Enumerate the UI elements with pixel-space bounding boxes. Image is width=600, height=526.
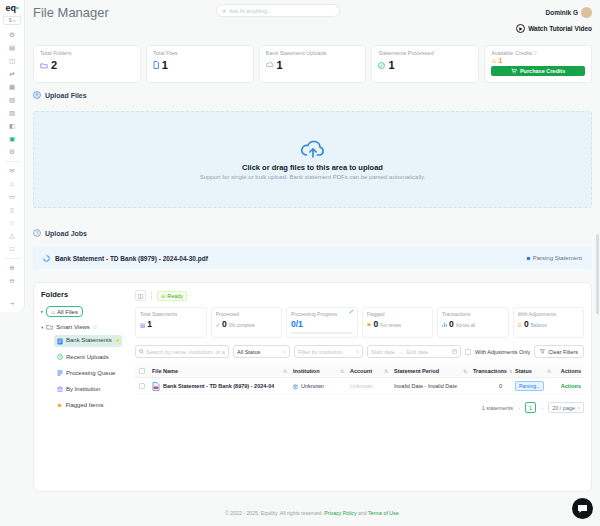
statement-search-input[interactable] — [146, 349, 225, 355]
page-size-select[interactable]: 20 / page∨ — [548, 402, 584, 413]
all-files-label: All Files — [57, 309, 78, 315]
footer-and-text: and — [358, 510, 367, 516]
scrollbar-thumb[interactable] — [596, 234, 599, 314]
column-header-transactions[interactable]: Transactions⇅ — [470, 368, 512, 374]
privacy-policy-link[interactable]: Privacy Policy — [324, 510, 356, 516]
nav-apps-icon[interactable]: ▦ — [7, 82, 18, 91]
workspace-select[interactable]: S∨ — [3, 16, 21, 25]
nav-preferences-icon[interactable]: ⚙ — [7, 147, 18, 156]
sort-icon[interactable]: ⇅ — [338, 369, 344, 374]
tree-item-recent-uploads[interactable]: Recent Uploads — [54, 352, 122, 363]
sort-icon[interactable]: ⇅ — [545, 369, 551, 374]
column-header-institution[interactable]: Institution⇅ — [290, 368, 347, 374]
nav-team-icon[interactable]: △ — [7, 231, 18, 240]
upload-circle-icon — [33, 91, 41, 99]
nav-files-icon[interactable]: ◫ — [7, 56, 18, 65]
nav-grid-icon[interactable]: ▨ — [7, 108, 18, 117]
sort-icon[interactable]: ⇅ — [461, 369, 467, 374]
upload-job-item[interactable]: Bank Statement - TD Bank (8979) - 2024-0… — [33, 247, 592, 269]
tree-item-processing-queue[interactable]: Processing Queue — [54, 368, 122, 379]
upload-files-heading: Upload Files — [33, 91, 87, 99]
column-label: Actions — [561, 368, 581, 374]
statement-search[interactable] — [135, 345, 229, 358]
nav-share-icon[interactable]: ⇄ — [7, 69, 18, 78]
credits-value: 1 — [499, 57, 503, 64]
page-footer: © 2022 - 2025, Equility. All rights rese… — [25, 510, 600, 516]
column-label: Account — [350, 368, 372, 374]
ai-search-input[interactable] — [229, 8, 334, 14]
credits-card: Available Creditsⓘ ⚠1 Purchase Credits — [484, 45, 592, 83]
page-number-button[interactable]: 1 — [525, 402, 536, 413]
adjustments-only-checkbox[interactable] — [465, 349, 471, 355]
tree-item-by-institution[interactable]: By Institution — [54, 384, 122, 395]
funnel-icon — [540, 349, 545, 354]
sidebar-collapse-icon[interactable]: → — [9, 299, 16, 306]
user-menu[interactable]: Dominik G — [545, 7, 592, 18]
nav-settings-icon[interactable]: ⚙ — [7, 30, 18, 39]
watch-tutorial-label: Watch Tutorial Video — [528, 25, 592, 32]
stat-card-flagged: Flagged ⚑0For review — [362, 307, 434, 338]
column-header-status[interactable]: Status⇅ — [512, 368, 554, 374]
upload-dropzone[interactable]: Click or drag files to this area to uplo… — [33, 111, 592, 208]
clear-filters-button[interactable]: Clear Filters — [534, 345, 584, 358]
stat-value: 0 — [449, 319, 454, 329]
dropzone-title: Click or drag files to this area to uplo… — [242, 163, 383, 172]
statements-table: File Name⇅ Institution⇅ Account⇅ Stateme… — [135, 365, 584, 395]
tree-item-label: Bank Statements — [66, 337, 112, 344]
row-actions-link[interactable]: Actions — [554, 383, 584, 389]
prev-page-icon[interactable]: ‹ — [518, 405, 520, 411]
date-range-picker[interactable]: Start date → End date — [367, 345, 461, 358]
tree-item-smart-views[interactable]: ▾ Smart Views ⓘ — [41, 324, 129, 330]
folders-section: Folders ▸ ⌂All Files ▾ Smart Views ⓘ Ban… — [33, 282, 592, 492]
column-header-file-name[interactable]: File Name⇅ — [149, 368, 290, 374]
row-file-name[interactable]: Bank Statement - TD Bank (8979) - 2024-0… — [163, 383, 274, 389]
nav-mail-icon[interactable]: ✉ — [7, 166, 18, 175]
calendar-icon — [452, 349, 457, 354]
nav-layout-icon[interactable]: ◧ — [7, 121, 18, 130]
nav-documents-icon[interactable]: □ — [7, 244, 18, 253]
folder-icon — [46, 324, 53, 330]
nav-calendar-icon[interactable]: ▯ — [7, 205, 18, 214]
tree-item-label: Flagged Items — [65, 402, 103, 409]
nav-file-manager-icon[interactable]: ▣ — [7, 134, 18, 143]
nav-banking-icon[interactable]: ▭ — [7, 192, 18, 201]
caret-right-icon[interactable]: ▸ — [41, 309, 43, 314]
stat-value: 1 — [147, 319, 152, 329]
tree-item-all-files[interactable]: ▸ ⌂All Files — [41, 306, 129, 317]
nav-table-icon[interactable]: ▧ — [7, 95, 18, 104]
nav-home-icon[interactable]: ⌂ — [7, 179, 18, 188]
next-page-icon[interactable]: › — [541, 405, 543, 411]
nav-dashboard-icon[interactable]: ▤ — [7, 43, 18, 52]
table-row[interactable]: Bank Statement - TD Bank (8979) - 2024-0… — [135, 378, 584, 395]
tree-item-flagged-items[interactable]: ⚑ Flagged Items — [54, 400, 122, 412]
all-files-pill[interactable]: ⌂All Files — [46, 306, 83, 317]
avatar[interactable] — [581, 7, 592, 18]
stat-card-processing-progress: Processing Progress 0/1 — [286, 307, 358, 338]
row-checkbox[interactable] — [139, 383, 145, 389]
nav-education-icon[interactable]: ⊕ — [7, 263, 18, 272]
chat-widget-button[interactable] — [572, 498, 593, 519]
stat-label: Transactions — [442, 311, 504, 317]
chevron-down-icon: ∨ — [13, 19, 16, 23]
sort-icon[interactable]: ⇅ — [382, 369, 388, 374]
status-filter-select[interactable]: All Status ∨ — [233, 345, 290, 358]
pagination: 1 statements ‹ 1 › 20 / page∨ — [135, 402, 584, 413]
column-header-statement-period[interactable]: Statement Period⇅ — [391, 368, 470, 374]
tree-item-label: Processing Queue — [66, 370, 115, 377]
watch-tutorial-link[interactable]: ▶ Watch Tutorial Video — [516, 24, 592, 33]
folder-tree: Folders ▸ ⌂All Files ▾ Smart Views ⓘ Ban… — [41, 290, 129, 484]
caret-down-icon[interactable]: ▾ — [41, 325, 43, 330]
nav-users-icon[interactable]: ○ — [7, 218, 18, 227]
nav-help-icon[interactable]: ⊖ — [7, 276, 18, 285]
purchase-credits-button[interactable]: Purchase Credits — [491, 66, 585, 76]
ready-dot-icon: ⊙ — [161, 293, 165, 299]
institution-filter-select[interactable]: Filter by institution ∨ — [294, 345, 363, 358]
statement-icon — [57, 338, 63, 345]
terms-of-use-link[interactable]: Terms of Use — [368, 510, 399, 516]
sidebar-toggle-icon[interactable]: ◫ — [135, 290, 146, 301]
column-header-account[interactable]: Account⇅ — [347, 368, 391, 374]
select-all-checkbox[interactable] — [139, 368, 145, 374]
sort-icon[interactable]: ⇅ — [281, 369, 287, 374]
tree-item-bank-statements[interactable]: Bank Statements — [54, 335, 122, 347]
ai-search[interactable]: ✦ — [216, 4, 340, 17]
